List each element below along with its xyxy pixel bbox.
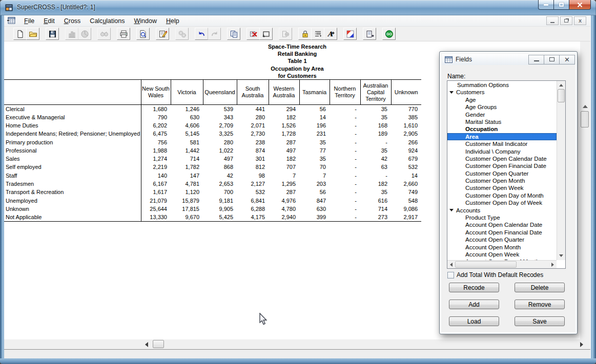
field-list-item[interactable]: Customer Open Financial Date — [447, 162, 557, 169]
field-list-item[interactable]: Occupation — [447, 125, 557, 133]
maximize-button[interactable] — [553, 0, 569, 10]
field-list-item-group[interactable]: Customers — [447, 89, 557, 96]
table-cell[interactable]: 56 — [299, 105, 330, 113]
list-scroll-right-icon[interactable] — [551, 263, 554, 267]
table-cell[interactable]: 6,288 — [237, 205, 269, 213]
table-cell[interactable]: - — [330, 130, 360, 138]
table-cell[interactable]: 273 — [360, 213, 391, 221]
table-cell[interactable]: 35 — [360, 146, 391, 155]
table-cell[interactable]: 7 — [269, 172, 299, 180]
horizontal-scrollbar[interactable] — [4, 339, 590, 349]
field-list-item[interactable]: Marital Status — [447, 118, 557, 125]
table-cell[interactable]: 280 — [203, 138, 237, 146]
print-preview-button[interactable] — [136, 28, 150, 40]
row-label[interactable]: Independent Means; Retired; Pensioner; U… — [4, 130, 141, 138]
table-cell[interactable]: 294 — [269, 105, 299, 113]
table-cell[interactable]: 630 — [299, 205, 330, 213]
new-document-button[interactable] — [13, 28, 27, 40]
table-cell[interactable]: 714 — [360, 205, 391, 213]
table-cell[interactable]: 2,905 — [391, 130, 421, 138]
table-cell[interactable]: 301 — [237, 155, 269, 163]
table-cell[interactable]: 6,202 — [141, 121, 171, 130]
table-cell[interactable]: - — [330, 121, 360, 130]
table-cell[interactable]: 9,905 — [203, 205, 237, 213]
table-cell[interactable]: 1,274 — [141, 155, 171, 163]
table-cell[interactable]: 5,425 — [203, 213, 237, 221]
table-cell[interactable]: 2,219 — [141, 163, 171, 171]
table-cell[interactable]: 9,670 — [171, 213, 203, 221]
table-cell[interactable]: 4,976 — [269, 196, 299, 204]
table-cell[interactable]: 287 — [269, 188, 299, 196]
table-cell[interactable]: 63 — [360, 163, 391, 171]
table-cell[interactable]: - — [330, 113, 360, 121]
table-cell[interactable]: 5,145 — [171, 130, 203, 138]
table-cell[interactable]: 616 — [360, 196, 391, 204]
table-cell[interactable]: 790 — [141, 113, 171, 121]
row-label[interactable]: Unemployed — [4, 196, 141, 204]
field-list-item[interactable]: Area — [447, 133, 557, 140]
table-cell[interactable]: 714 — [171, 155, 203, 163]
row-label[interactable]: Professional — [4, 146, 141, 155]
minimize-button[interactable] — [538, 0, 554, 10]
table-cell[interactable]: 1,728 — [269, 130, 299, 138]
table-cell[interactable]: 874 — [237, 146, 269, 155]
column-header[interactable]: Queensland — [203, 80, 237, 105]
table-cell[interactable]: 343 — [203, 113, 237, 121]
table-cell[interactable]: 924 — [391, 146, 421, 155]
field-list-item[interactable]: Account Open Financial Date — [447, 229, 557, 236]
dialog-close-button[interactable]: ✕ — [559, 55, 575, 65]
load-button[interactable]: Load — [449, 316, 499, 326]
table-cell[interactable]: 4,780 — [269, 205, 299, 213]
table-cell[interactable]: - — [330, 188, 360, 196]
field-list-item[interactable]: Customer Open Quarter — [447, 170, 557, 177]
field-list-item[interactable]: Customer Open Day of Week — [447, 199, 557, 206]
table-cell[interactable]: 497 — [269, 146, 299, 155]
save-button[interactable] — [46, 28, 59, 40]
table-cell[interactable]: 6,167 — [141, 180, 171, 188]
close-button[interactable] — [569, 0, 591, 10]
table-cell[interactable]: 868 — [203, 163, 237, 171]
table-cell[interactable]: 385 — [391, 113, 421, 121]
table-cell[interactable]: 707 — [269, 163, 299, 171]
list-scroll-up-icon[interactable] — [559, 84, 563, 87]
copy-button[interactable] — [227, 28, 240, 40]
table-cell[interactable]: 35 — [360, 105, 391, 113]
table-cell[interactable]: - — [330, 138, 360, 146]
table-cell[interactable]: 497 — [203, 155, 237, 163]
table-cell[interactable]: 1,680 — [141, 105, 171, 113]
table-cell[interactable]: 77 — [299, 146, 330, 155]
menu-help[interactable]: Help — [161, 16, 184, 26]
find-button[interactable] — [97, 28, 111, 40]
table-cell[interactable]: 1,295 — [269, 180, 299, 188]
table-cell[interactable]: 287 — [269, 138, 299, 146]
table-cell[interactable]: 1,988 — [141, 146, 171, 155]
table-cell[interactable]: 4,175 — [237, 213, 269, 221]
column-header[interactable]: Western Australia — [269, 80, 299, 105]
lock-button[interactable] — [298, 28, 312, 40]
list-vscroll-thumb[interactable] — [558, 89, 565, 102]
dialog-maximize-button[interactable] — [544, 55, 560, 65]
table-cell[interactable]: 1,782 — [171, 163, 203, 171]
table-cell[interactable]: 147 — [171, 172, 203, 180]
table-cell[interactable]: - — [330, 213, 360, 221]
table-cell[interactable]: 203 — [299, 180, 330, 188]
row-label[interactable]: Not Applicable — [4, 213, 141, 221]
table-cell[interactable]: 35 — [299, 138, 330, 146]
table-cell[interactable]: - — [330, 146, 360, 155]
table-cell[interactable]: 14 — [299, 113, 330, 121]
scroll-left-icon[interactable] — [145, 342, 148, 347]
table-cell[interactable]: 98 — [237, 172, 269, 180]
table-cell[interactable]: 182 — [360, 180, 391, 188]
table-cell[interactable]: 399 — [299, 213, 330, 221]
list-hscroll-thumb[interactable] — [455, 261, 517, 268]
delete-button[interactable]: Delete — [515, 283, 565, 292]
field-list-item[interactable]: Account Open Month — [447, 244, 557, 251]
table-cell[interactable]: 1,617 — [141, 188, 171, 196]
table-cell[interactable]: 1,022 — [203, 146, 237, 155]
table-cell[interactable]: 140 — [141, 172, 171, 180]
table-cell[interactable]: - — [330, 180, 360, 188]
column-header[interactable]: New South Wales — [141, 80, 171, 105]
scroll-up-icon[interactable] — [583, 105, 588, 108]
table-cell[interactable]: 3,325 — [203, 130, 237, 138]
fields-listbox[interactable]: Summation OptionsCustomersAgeAge GroupsG… — [447, 80, 566, 269]
